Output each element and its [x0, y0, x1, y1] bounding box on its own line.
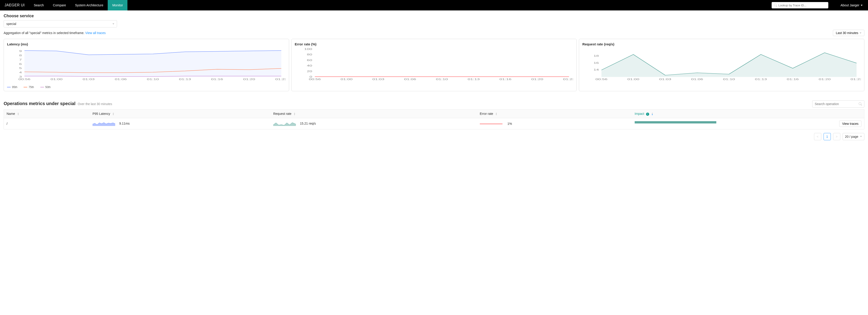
- trace-lookup-input[interactable]: [778, 4, 826, 7]
- svg-text:4: 4: [19, 71, 22, 74]
- p95-sparkline: [93, 121, 115, 126]
- svg-text:01:06: 01:06: [691, 78, 703, 81]
- col-error-rate[interactable]: Error rate ▲▼: [477, 110, 632, 118]
- sort-icon: ▲▼: [495, 112, 497, 116]
- svg-text:01:16: 01:16: [499, 78, 511, 81]
- err-sparkline: [480, 124, 502, 124]
- trace-lookup-input-wrapper[interactable]: [772, 2, 828, 8]
- col-p95[interactable]: P95 Latency ▲▼: [90, 110, 271, 118]
- latency-legend: 95th 75th 50th: [7, 86, 286, 89]
- about-jaeger-label: About Jaeger: [841, 3, 859, 7]
- cell-req-value: 15.21 req/s: [300, 121, 316, 125]
- error-rate-card: Error rate (%) 020406080100 00:5601:0001…: [291, 39, 577, 91]
- svg-text:01:13: 01:13: [755, 78, 767, 81]
- col-name[interactable]: Name ▲▼: [4, 110, 90, 118]
- sort-icon: ▲▼: [113, 112, 114, 116]
- svg-text:01:03: 01:03: [372, 78, 384, 81]
- legend-95th-label: 95th: [12, 86, 17, 89]
- info-icon: i: [646, 113, 649, 116]
- svg-text:01:10: 01:10: [436, 78, 448, 81]
- service-select[interactable]: special: [4, 20, 117, 27]
- svg-text:01:10: 01:10: [723, 78, 735, 81]
- nav-monitor[interactable]: Monitor: [108, 0, 127, 10]
- cell-p95-value: 9.11ms: [119, 121, 130, 125]
- latency-chart: 3456789 00:5601:0001:0301:0601:1001:1301…: [7, 48, 286, 84]
- svg-text:100: 100: [304, 48, 312, 50]
- svg-text:14: 14: [594, 68, 599, 71]
- page-number-button[interactable]: 1: [824, 133, 831, 140]
- nav-search[interactable]: Search: [29, 0, 48, 10]
- col-impact-label: Impact: [635, 112, 644, 116]
- impact-bar: [635, 121, 716, 123]
- aggregation-text: Aggregation of all "special" metrics in …: [4, 31, 106, 35]
- svg-text:01:20: 01:20: [531, 78, 543, 81]
- svg-text:80: 80: [307, 53, 312, 56]
- svg-text:01:06: 01:06: [115, 78, 127, 81]
- timeframe-select[interactable]: Last 30 minutes: [833, 30, 864, 36]
- svg-text:01:00: 01:00: [627, 78, 640, 81]
- nav-compare[interactable]: Compare: [48, 0, 70, 10]
- choose-service-heading: Choose service: [4, 13, 864, 19]
- aggregation-prefix: Aggregation of all "special" metrics in …: [4, 31, 85, 35]
- svg-text:01:00: 01:00: [51, 78, 63, 81]
- latency-card: Latency (ms) 3456789 00:5601:0001:0301:0…: [4, 39, 289, 91]
- legend-50th-label: 50th: [45, 86, 51, 89]
- svg-text:00:56: 00:56: [309, 78, 321, 81]
- legend-95th: 95th: [7, 86, 17, 89]
- req-sparkline: [273, 121, 296, 126]
- col-impact[interactable]: Impact i ▲▼: [632, 110, 864, 118]
- search-icon: [774, 4, 777, 7]
- operation-search-wrapper[interactable]: [812, 100, 864, 108]
- svg-text:01:20: 01:20: [243, 78, 255, 81]
- operation-search-input[interactable]: [815, 102, 859, 106]
- svg-text:01:23: 01:23: [563, 78, 574, 81]
- svg-text:01:13: 01:13: [179, 78, 191, 81]
- legend-75th-label: 75th: [29, 86, 34, 89]
- cell-err: 1%: [477, 118, 632, 129]
- cell-p95: 9.11ms: [90, 118, 271, 129]
- page-prev-button[interactable]: <: [814, 133, 821, 140]
- operations-title: Operations metrics under special: [4, 101, 75, 106]
- cell-name: /: [4, 118, 90, 129]
- svg-text:01:16: 01:16: [211, 78, 223, 81]
- cell-err-value: 1%: [507, 122, 512, 125]
- error-rate-title: Error rate (%): [295, 42, 574, 46]
- search-icon: [859, 102, 862, 106]
- svg-text:01:13: 01:13: [468, 78, 479, 81]
- operations-table: Name ▲▼ P95 Latency ▲▼ Request rate ▲▼ E…: [4, 109, 864, 130]
- svg-text:01:03: 01:03: [659, 78, 672, 81]
- svg-text:01:06: 01:06: [404, 78, 416, 81]
- svg-text:18: 18: [594, 55, 599, 57]
- chevron-down-icon: [860, 32, 861, 34]
- sort-icon: ▲▼: [293, 112, 296, 116]
- nav-system-architecture[interactable]: System Architecture: [70, 0, 108, 10]
- latency-title: Latency (ms): [7, 42, 286, 46]
- svg-text:01:10: 01:10: [147, 78, 159, 81]
- brand-logo: JAEGER UI: [0, 3, 29, 7]
- svg-text:6: 6: [19, 63, 22, 65]
- view-all-traces-link[interactable]: View all traces: [85, 31, 106, 35]
- svg-text:60: 60: [307, 59, 312, 61]
- chevron-down-icon: [861, 5, 863, 6]
- sort-icon: ▲▼: [651, 112, 653, 116]
- svg-text:01:16: 01:16: [787, 78, 799, 81]
- pagination: < 1 > 20 / page: [4, 133, 864, 140]
- col-request-rate[interactable]: Request rate ▲▼: [271, 110, 477, 118]
- svg-text:5: 5: [19, 67, 22, 70]
- col-err-label: Error rate: [480, 112, 493, 116]
- chevron-down-icon: [860, 136, 862, 137]
- col-name-label: Name: [7, 112, 15, 116]
- about-jaeger-menu[interactable]: About Jaeger: [835, 3, 868, 7]
- chevron-down-icon: [113, 23, 114, 25]
- legend-50th: 50th: [40, 86, 51, 89]
- svg-text:9: 9: [19, 50, 22, 53]
- svg-text:01:20: 01:20: [819, 78, 831, 81]
- view-traces-button[interactable]: View traces: [839, 120, 861, 127]
- svg-text:01:03: 01:03: [83, 78, 95, 81]
- page-size-select[interactable]: 20 / page: [843, 133, 864, 140]
- svg-text:20: 20: [307, 70, 312, 73]
- page-next-button[interactable]: >: [833, 133, 840, 140]
- col-req-label: Request rate: [273, 112, 291, 116]
- legend-75th: 75th: [24, 86, 34, 89]
- table-row[interactable]: / 9.11ms 15.21 req/s 1% View traces: [4, 118, 864, 129]
